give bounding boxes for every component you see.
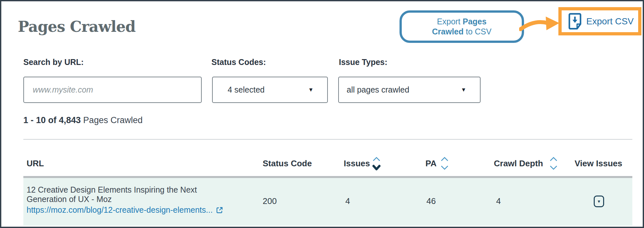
results-range: 1 - 10 of 4,843 <box>23 115 81 125</box>
export-callout-bubble: Export Pages Crawled to CSV <box>400 10 524 43</box>
page-title-cell: 12 Creative Design Elements Inspiring th… <box>27 185 197 204</box>
caret-down-icon: ▼ <box>461 87 466 93</box>
annotation-arrow-icon <box>519 14 560 34</box>
external-link-icon <box>216 206 223 214</box>
status-codes-label: Status Codes: <box>211 57 266 67</box>
view-issues-button[interactable]: ▾ <box>594 196 604 207</box>
caret-down-small-icon: ▾ <box>598 198 600 204</box>
export-csv-button[interactable]: Export CSV <box>568 13 634 30</box>
page-title: Pages Crawled <box>18 18 136 35</box>
column-header-pa[interactable]: PA <box>425 158 436 169</box>
pa-cell: 46 <box>426 196 436 206</box>
export-callout-text: Export Pages Crawled to CSV <box>428 17 496 37</box>
page-url-link[interactable]: https://moz.com/blog/12-creative-design-… <box>27 205 223 215</box>
search-url-input[interactable] <box>23 77 202 103</box>
column-header-crawl-depth[interactable]: Crawl Depth <box>494 158 543 169</box>
caret-down-icon: ▼ <box>308 87 314 93</box>
table-row: 12 Creative Design Elements Inspiring th… <box>23 178 632 226</box>
column-header-view-issues: View Issues <box>575 158 622 169</box>
status-code-cell: 200 <box>263 196 277 206</box>
table-header-row: URL Status Code Issues PA Crawl Depth Vi… <box>23 139 632 176</box>
status-codes-selected-value: 4 selected <box>228 85 265 95</box>
results-summary: 1 - 10 of 4,843 Pages Crawled <box>23 115 143 125</box>
export-csv-highlight: Export CSV <box>558 7 641 35</box>
issues-sort-icon[interactable] <box>372 156 381 171</box>
issues-cell: 4 <box>345 196 350 206</box>
column-header-url: URL <box>27 158 44 169</box>
column-header-status-code: Status Code <box>263 158 312 169</box>
export-csv-label: Export CSV <box>586 16 634 27</box>
status-codes-dropdown[interactable]: 4 selected ▼ <box>212 77 328 103</box>
issue-types-selected-value: all pages crawled <box>347 85 409 95</box>
issue-types-dropdown[interactable]: all pages crawled ▼ <box>338 77 481 103</box>
crawl-depth-sort-icon[interactable] <box>549 156 558 171</box>
issue-types-label: Issue Types: <box>339 57 388 67</box>
column-header-issues[interactable]: Issues <box>344 158 370 169</box>
download-file-icon <box>568 13 582 30</box>
search-by-url-label: Search by URL: <box>23 57 84 67</box>
crawl-depth-cell: 4 <box>496 196 501 206</box>
pa-sort-icon[interactable] <box>440 156 449 171</box>
results-label: Pages Crawled <box>81 115 143 125</box>
